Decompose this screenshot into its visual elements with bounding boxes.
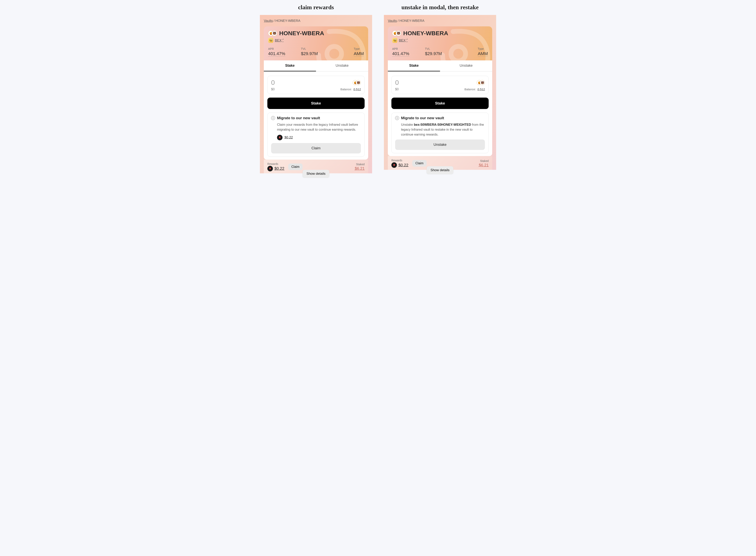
- vault-name: HONEY-WBERA: [403, 30, 448, 37]
- balance-value[interactable]: 0.512: [353, 88, 361, 91]
- fiat-value: $0: [395, 88, 399, 91]
- tab-unstake[interactable]: Unstake: [440, 60, 492, 71]
- type-label: Type: [478, 47, 488, 50]
- migrate-body: Unstake bex-50WBERA-50HONEY-WEIGHTED fro…: [401, 122, 485, 137]
- footer-staked-value[interactable]: $6.21: [479, 163, 489, 167]
- stake-button[interactable]: Stake: [267, 98, 365, 109]
- migrate-body: Claim your rewards from the legacy Infra…: [277, 122, 361, 132]
- stake-tabs: Stake Unstake: [388, 60, 492, 71]
- amount-input[interactable]: [271, 79, 325, 86]
- breadcrumb-root[interactable]: Vaults: [388, 19, 397, 23]
- bex-badge-icon: 🐝: [268, 38, 273, 43]
- breadcrumb: Vaults/HONEY-WBERA: [264, 19, 368, 23]
- token-pair-icons: 🍯 🐻: [392, 31, 401, 36]
- variant-heading-right: unstake in modal, then restake: [401, 4, 479, 11]
- footer-bar: Rewards $0.22 Claim: [264, 160, 368, 173]
- footer-bar: Rewards $0.22 Claim: [388, 156, 492, 170]
- exchange-link[interactable]: BEX↗: [399, 38, 408, 42]
- tvl-value: $29.97M: [301, 51, 318, 56]
- tvl-value: $29.97M: [425, 51, 442, 56]
- input-token-icons: 🍯 🐻: [353, 80, 361, 85]
- external-link-icon: ↗: [406, 38, 408, 40]
- amount-input[interactable]: [395, 79, 449, 86]
- migrate-title: Migrate to our new vault: [401, 116, 444, 120]
- breadcrumb: Vaults/HONEY-WBERA: [388, 19, 492, 23]
- migrate-title: Migrate to our new vault: [277, 116, 320, 120]
- show-details-button[interactable]: Show details: [427, 166, 453, 174]
- type-label: Type: [354, 47, 364, 50]
- type-value[interactable]: AMM: [478, 51, 488, 57]
- type-value[interactable]: AMM: [354, 51, 364, 57]
- breadcrumb-root[interactable]: Vaults: [264, 19, 273, 23]
- balance-label: Balance:: [340, 88, 352, 91]
- apr-value[interactable]: 401.47%: [268, 51, 285, 57]
- stake-button[interactable]: Stake: [391, 98, 489, 109]
- vault-name: HONEY-WBERA: [279, 30, 324, 37]
- amount-input-card: 🍯 🐻 $0 Balance: 0.512: [267, 76, 365, 94]
- vault-header-card: 🍯 🐻 HONEY-WBERA 🐝 BEX↗: [388, 26, 492, 60]
- variant-heading-left: claim rewards: [298, 4, 334, 11]
- vault-screen-left: Vaults/HONEY-WBERA 🍯: [260, 15, 372, 173]
- migrate-notice-card: i Migrate to our new vault Unstake bex-5…: [391, 112, 489, 153]
- footer-claim-button[interactable]: Claim: [288, 164, 303, 170]
- reward-token-icon: [391, 162, 397, 168]
- input-token-icons: 🍯 🐻: [476, 80, 485, 85]
- external-link-icon: ↗: [282, 38, 284, 40]
- wbera-token-icon: 🐻: [480, 80, 485, 85]
- apr-value[interactable]: 401.47%: [392, 51, 409, 57]
- migrate-reward-amount[interactable]: $0.22: [285, 136, 293, 139]
- breadcrumb-current: HONEY-WBERA: [399, 19, 424, 23]
- footer-rewards-label: Rewards: [391, 159, 408, 162]
- apr-label: APR: [392, 47, 409, 50]
- footer-staked-label: Staked: [479, 160, 489, 163]
- footer-staked-label: Staked: [355, 163, 365, 166]
- stake-tabs: Stake Unstake: [264, 60, 368, 71]
- reward-token-icon: [277, 135, 283, 140]
- exchange-link[interactable]: BEX↗: [275, 38, 284, 42]
- show-details-button[interactable]: Show details: [303, 170, 329, 178]
- wbera-token-icon: 🐻: [356, 80, 361, 85]
- tvl-label: TVL: [301, 47, 318, 50]
- migrate-claim-button[interactable]: Claim: [271, 143, 361, 153]
- reward-token-icon: [267, 166, 273, 171]
- vault-screen-right: Vaults/HONEY-WBERA 🍯: [384, 15, 496, 170]
- wbera-token-icon: 🐻: [396, 31, 401, 36]
- footer-claim-button[interactable]: Claim: [412, 160, 427, 167]
- token-pair-icons: 🍯 🐻: [268, 31, 277, 36]
- tab-stake[interactable]: Stake: [388, 60, 440, 71]
- tab-stake[interactable]: Stake: [264, 60, 316, 71]
- bex-badge-icon: 🐝: [392, 38, 397, 43]
- info-icon: i: [395, 116, 399, 120]
- footer-rewards-value[interactable]: $0.22: [274, 166, 284, 171]
- migrate-unstake-button[interactable]: Unstake: [395, 139, 485, 150]
- fiat-value: $0: [271, 88, 275, 91]
- footer-staked-value[interactable]: $6.21: [355, 166, 365, 171]
- balance-value[interactable]: 0.512: [478, 88, 485, 91]
- info-icon: i: [271, 116, 275, 120]
- breadcrumb-current: HONEY-WBERA: [275, 19, 300, 23]
- footer-rewards-value[interactable]: $0.22: [398, 163, 408, 167]
- footer-rewards-label: Rewards: [267, 162, 284, 166]
- migrate-notice-card: i Migrate to our new vault Claim your re…: [267, 112, 365, 157]
- amount-input-card: 🍯 🐻 $0 Balance: 0.512: [391, 76, 489, 94]
- tab-unstake[interactable]: Unstake: [316, 60, 368, 71]
- wbera-token-icon: 🐻: [272, 31, 277, 36]
- apr-label: APR: [268, 47, 285, 50]
- balance-label: Balance:: [464, 88, 476, 91]
- tvl-label: TVL: [425, 47, 442, 50]
- vault-header-card: 🍯 🐻 HONEY-WBERA 🐝 BEX↗: [264, 26, 368, 60]
